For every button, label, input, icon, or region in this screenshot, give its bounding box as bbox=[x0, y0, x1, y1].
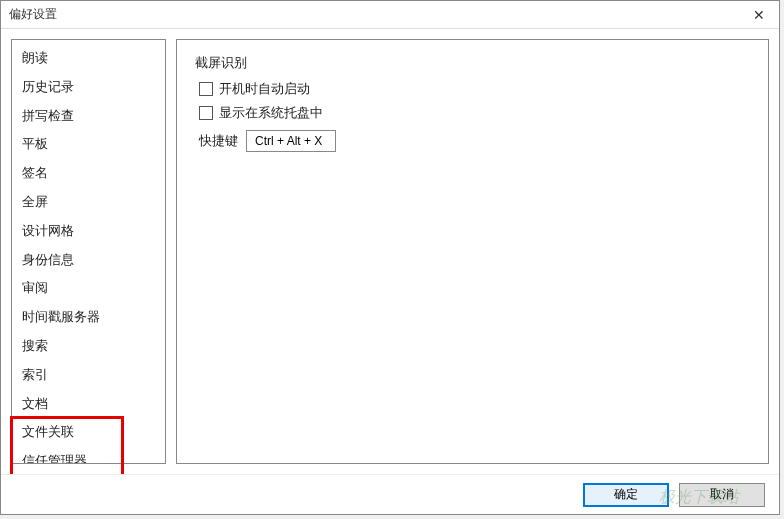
checkbox-row-autostart[interactable]: 开机时自动启动 bbox=[199, 80, 750, 98]
close-icon: ✕ bbox=[753, 7, 765, 23]
sidebar-item[interactable]: 全屏 bbox=[12, 188, 165, 217]
sidebar-item[interactable]: 设计网格 bbox=[12, 217, 165, 246]
content-panel: 截屏识别 开机时自动启动 显示在系统托盘中 快捷键 bbox=[176, 39, 769, 464]
sidebar-item[interactable]: 身份信息 bbox=[12, 246, 165, 275]
sidebar-item[interactable]: 搜索 bbox=[12, 332, 165, 361]
ok-button[interactable]: 确定 bbox=[583, 483, 669, 507]
sidebar-container: 朗读历史记录拼写检查平板签名全屏设计网格身份信息审阅时间戳服务器搜索索引文档文件… bbox=[11, 39, 166, 464]
group-title: 截屏识别 bbox=[195, 54, 750, 72]
shortcut-label: 快捷键 bbox=[199, 132, 238, 150]
dialog-body: 朗读历史记录拼写检查平板签名全屏设计网格身份信息审阅时间戳服务器搜索索引文档文件… bbox=[1, 29, 779, 474]
close-button[interactable]: ✕ bbox=[739, 1, 779, 29]
sidebar[interactable]: 朗读历史记录拼写检查平板签名全屏设计网格身份信息审阅时间戳服务器搜索索引文档文件… bbox=[12, 40, 165, 463]
preferences-dialog: 偏好设置 ✕ 朗读历史记录拼写检查平板签名全屏设计网格身份信息审阅时间戳服务器搜… bbox=[0, 0, 780, 515]
sidebar-item[interactable]: 朗读 bbox=[12, 44, 165, 73]
ok-button-label: 确定 bbox=[614, 486, 638, 503]
sidebar-item[interactable]: 审阅 bbox=[12, 274, 165, 303]
sidebar-item[interactable]: 文档 bbox=[12, 390, 165, 419]
shortcut-row: 快捷键 bbox=[199, 130, 750, 152]
sidebar-item[interactable]: 索引 bbox=[12, 361, 165, 390]
dialog-title: 偏好设置 bbox=[9, 6, 57, 23]
checkbox-autostart-label: 开机时自动启动 bbox=[219, 80, 310, 98]
sidebar-item[interactable]: 签名 bbox=[12, 159, 165, 188]
sidebar-item[interactable]: 拼写检查 bbox=[12, 102, 165, 131]
sidebar-item[interactable]: 信任管理器 bbox=[12, 447, 165, 463]
shortcut-input[interactable] bbox=[246, 130, 336, 152]
checkbox-tray-label: 显示在系统托盘中 bbox=[219, 104, 323, 122]
cancel-button-label: 取消 bbox=[710, 486, 734, 503]
checkbox-tray[interactable] bbox=[199, 106, 213, 120]
dialog-footer: 极光下载站 确定 取消 bbox=[1, 474, 779, 514]
checkbox-row-tray[interactable]: 显示在系统托盘中 bbox=[199, 104, 750, 122]
sidebar-item[interactable]: 平板 bbox=[12, 130, 165, 159]
cancel-button[interactable]: 取消 bbox=[679, 483, 765, 507]
checkbox-autostart[interactable] bbox=[199, 82, 213, 96]
sidebar-item[interactable]: 文件关联 bbox=[12, 418, 165, 447]
titlebar: 偏好设置 ✕ bbox=[1, 1, 779, 29]
sidebar-item[interactable]: 时间戳服务器 bbox=[12, 303, 165, 332]
sidebar-item[interactable]: 历史记录 bbox=[12, 73, 165, 102]
